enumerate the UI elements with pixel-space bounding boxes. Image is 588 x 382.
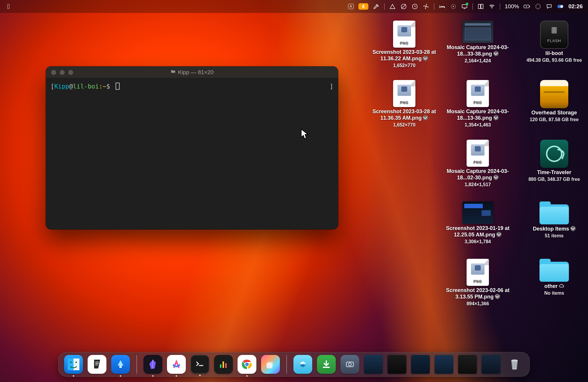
file-dimensions: 1,652×770 [393,122,415,128]
cloud-badge-icon [559,283,564,289]
window-tiling-icon[interactable] [477,3,484,10]
toggle-icon[interactable] [557,3,564,10]
file-dimensions: 2,164×1,424 [465,58,491,64]
svg-point-29 [348,363,351,366]
dock-app-terminal[interactable] [191,355,209,374]
dock-app-activity[interactable] [214,355,233,374]
close-button[interactable] [51,70,56,75]
folder-item-count: 51 items [545,233,564,238]
minimize-button[interactable] [60,70,65,75]
svg-rect-11 [529,6,530,7]
desktop-folder[interactable]: Desktop Items 51 items [520,201,588,238]
svg-rect-7 [478,4,480,9]
fan-icon[interactable] [423,3,429,10]
hex-icon[interactable] [535,3,541,10]
dock-app-beacon[interactable] [111,355,130,374]
dock-minimized-window[interactable] [435,355,453,374]
battery-percentage[interactable]: 100% [505,3,519,10]
prompt-open-bracket: [ [51,83,54,90]
menubar-separator [500,3,500,10]
display-badge-icon[interactable] [461,3,468,10]
dock-app-finder[interactable] [64,355,83,374]
drive-name: Time-Traveler [537,169,572,176]
file-dimensions: 1,824×1,517 [465,182,491,187]
gear-dotted-icon[interactable] [450,3,457,10]
menubar-separator [434,3,434,10]
desktop-file[interactable]: PNG Mosaic Capture 2024-03-18...13-36.pn… [444,80,512,128]
folder-icon [539,201,569,224]
drive-capacity: 494.38 GB, 93.66 GB free [527,58,582,63]
folder-item-count: No items [544,291,564,296]
dock-minimized-window[interactable] [364,355,383,374]
desktop-file[interactable]: PNG Screenshot 2023-02-06 at 3.13.55 PM.… [444,259,512,306]
download-badge-icon [423,115,428,120]
wifi-icon[interactable] [489,3,495,10]
drive-name: lil-boot [545,50,563,56]
desktop-file[interactable]: PNG Screenshot 2023-03-28 at 11.36.22 AM… [370,21,438,68]
desktop-file[interactable]: PNG Screenshot 2023-03-28 at 11.36.35 AM… [370,80,438,128]
file-name: Mosaic Capture 2024-03-18...02-30.png [447,168,509,181]
dock-app-chrome[interactable] [238,355,256,374]
dock-trash[interactable] [505,355,524,374]
dock-separator [136,355,137,374]
svg-rect-8 [481,4,483,9]
desktop-drive[interactable]:  lil-boot 494.38 GB, 93.66 GB free [520,21,588,63]
hammer-icon[interactable] [373,3,380,10]
image-thumbnail-icon [462,201,493,224]
mic-active-indicator[interactable] [358,3,368,10]
png-file-icon: PNG [467,140,489,167]
dock-app-arc[interactable] [167,355,186,374]
dock-folder-applications[interactable] [293,355,312,374]
folder-name: Desktop Items [533,226,569,232]
file-dimensions: 1,354×1,463 [465,122,491,128]
clock-history-icon[interactable] [412,3,418,10]
dock-minimized-window[interactable] [387,355,406,374]
triangle-icon[interactable] [389,3,396,10]
desktop-folder[interactable]: other No items [520,259,588,296]
input-source-indicator[interactable]: A [348,4,354,9]
globe-slash-icon[interactable] [400,3,407,10]
bed-icon[interactable] [439,3,445,10]
file-dimensions: 3,306×1,784 [465,239,491,244]
dock-app-shortcuts[interactable] [261,355,280,374]
svg-rect-16 [74,358,79,370]
dock-folder-downloads[interactable] [317,355,336,374]
download-badge-icon [496,232,502,237]
speech-icon[interactable] [546,3,552,10]
svg-rect-21 [223,361,224,368]
png-file-icon: PNG [393,80,415,107]
dock-minimized-window[interactable] [458,355,477,374]
menubar-clock[interactable]: 02:26 [568,3,583,10]
svg-rect-27 [266,363,272,368]
dock-folder-screenshots[interactable] [340,355,359,374]
dock-app-obsidian[interactable] [143,355,162,374]
prompt-sep: : [99,83,103,90]
desktop-file[interactable]: PNG Mosaic Capture 2024-03-18...02-30.pn… [444,140,512,187]
terminal-titlebar[interactable]: Kipp — 81×20 [46,66,338,78]
zoom-button[interactable] [68,70,73,75]
terminal-window[interactable]: Kipp — 81×20 [Kipp@lil-boi:~$ ] [46,66,338,229]
battery-charging-icon[interactable] [524,3,530,10]
terminal-title-dims: 81×20 [198,69,213,76]
terminal-body[interactable]: [Kipp@lil-boi:~$ ] [46,78,338,229]
drive-capacity: 880 GB, 348.37 GB free [528,177,580,182]
svg-rect-22 [225,363,227,368]
download-badge-icon [493,175,499,180]
dock-minimized-window[interactable] [411,355,430,374]
apple-menu-icon[interactable]:  [5,3,12,10]
window-traffic-lights[interactable] [51,70,73,75]
dock-app-notes[interactable] [88,355,106,374]
file-name: Screenshot 2023-02-06 at 3.13.55 PM.png [446,287,510,300]
external-drive-icon [540,80,568,108]
svg-point-3 [425,6,427,7]
flash-drive-icon:  [540,21,568,49]
desktop-file[interactable]: Mosaic Capture 2024-03-18...33-38.png 2,… [444,21,512,64]
desktop-drive[interactable]: Overhead Storage 120 GB, 87.58 GB free [520,80,588,122]
prompt-dollar: $ [106,83,110,90]
dock-minimized-window[interactable] [482,355,500,374]
file-dimensions: 1,652×770 [393,63,415,68]
desktop-drive[interactable]: Time-Traveler 880 GB, 348.37 GB free [520,140,588,182]
desktop-file[interactable]: Screenshot 2023-01-19 at 12.25.05 AM.png… [444,201,512,244]
dock-separator [286,355,287,374]
svg-rect-19 [119,366,122,368]
